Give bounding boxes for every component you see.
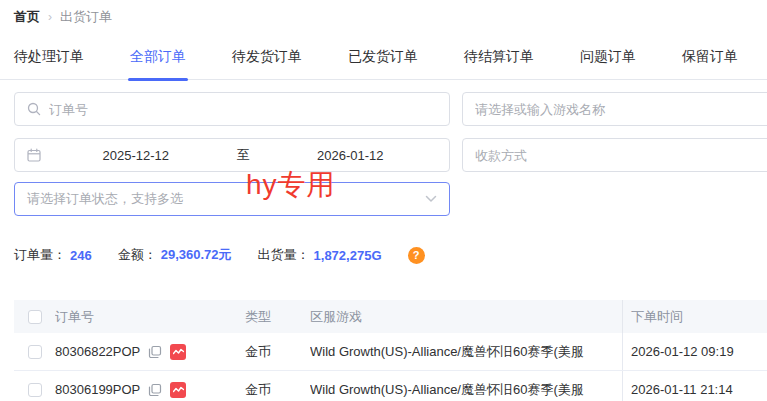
stat-shipment: 出货量： 1,872,275G xyxy=(258,246,382,264)
search-icon xyxy=(27,102,41,116)
breadcrumb-home[interactable]: 首页 xyxy=(14,8,40,26)
stat-shipment-value: 1,872,275G xyxy=(314,248,382,263)
stat-amount-label: 金额： xyxy=(118,246,157,264)
tab-to-settle-orders[interactable]: 待结算订单 xyxy=(464,48,534,79)
order-tabs: 待处理订单 全部订单 待发货订单 已发货订单 待结算订单 问题订单 保留订单 xyxy=(0,48,767,80)
date-start-value[interactable]: 2025-12-12 xyxy=(49,148,223,163)
tab-shipped-orders[interactable]: 已发货订单 xyxy=(348,48,418,79)
orders-table: 订单号 类型 区服游戏 下单时间 80306822POP 金币 Wild Gro… xyxy=(14,300,767,401)
header-order-time: 下单时间 xyxy=(622,300,767,333)
game-server-value: Wild Growth(US)-Alliance/魔兽怀旧60赛季(美服 xyxy=(310,371,622,401)
order-no-value: 80306822POP xyxy=(55,344,140,359)
order-management-page: 首页 › 出货订单 待处理订单 全部订单 待发货订单 已发货订单 待结算订单 问… xyxy=(0,0,767,401)
chart-badge-icon[interactable] xyxy=(170,344,186,360)
copy-icon[interactable] xyxy=(148,345,162,359)
date-end-value[interactable]: 2026-01-12 xyxy=(264,148,438,163)
row-checkbox[interactable] xyxy=(28,345,42,359)
order-type-value: 金币 xyxy=(245,371,310,401)
stat-shipment-label: 出货量： xyxy=(258,246,310,264)
copy-icon[interactable] xyxy=(148,383,162,397)
table-row: 80306199POP 金币 Wild Growth(US)-Alliance/… xyxy=(14,371,767,401)
tab-all-orders[interactable]: 全部订单 xyxy=(130,48,186,79)
order-status-select[interactable]: 请选择订单状态，支持多选 xyxy=(14,182,450,216)
header-order-no: 订单号 xyxy=(55,300,245,333)
calendar-icon xyxy=(27,148,41,162)
header-game: 区服游戏 xyxy=(310,300,622,333)
game-name-input[interactable] xyxy=(475,102,767,117)
stat-order-count-value: 246 xyxy=(70,248,92,263)
order-type-value: 金币 xyxy=(245,333,310,370)
help-icon[interactable]: ? xyxy=(408,247,425,264)
header-type: 类型 xyxy=(245,300,310,333)
date-range-picker[interactable]: 2025-12-12 至 2026-01-12 xyxy=(14,138,450,172)
tab-held-orders[interactable]: 保留订单 xyxy=(682,48,738,79)
tab-problem-orders[interactable]: 问题订单 xyxy=(580,48,636,79)
chart-badge-icon[interactable] xyxy=(170,382,186,398)
stat-order-count-label: 订单量： xyxy=(14,246,66,264)
row-checkbox[interactable] xyxy=(28,383,42,397)
payment-method-input[interactable] xyxy=(475,148,767,163)
payment-method-field[interactable] xyxy=(462,138,767,172)
stat-amount: 金额： 29,360.72元 xyxy=(118,246,232,264)
order-time-value: 2026-01-12 09:19 xyxy=(622,333,767,370)
tab-pending-orders[interactable]: 待处理订单 xyxy=(14,48,84,79)
select-all-checkbox[interactable] xyxy=(28,310,42,324)
order-time-value: 2026-01-11 21:14 xyxy=(622,371,767,401)
order-no-value: 80306199POP xyxy=(55,382,140,397)
table-row: 80306822POP 金币 Wild Growth(US)-Alliance/… xyxy=(14,333,767,371)
game-server-value: Wild Growth(US)-Alliance/魔兽怀旧60赛季(美服 xyxy=(310,333,622,370)
chevron-down-icon xyxy=(425,195,437,203)
summary-stats: 订单量： 246 金额： 29,360.72元 出货量： 1,872,275G … xyxy=(14,246,425,264)
order-no-search-field[interactable] xyxy=(14,92,450,126)
breadcrumb: 首页 › 出货订单 xyxy=(14,8,112,26)
order-status-placeholder: 请选择订单状态，支持多选 xyxy=(27,190,425,208)
order-no-input[interactable] xyxy=(49,102,437,117)
breadcrumb-separator-icon: › xyxy=(48,10,52,24)
stat-order-count: 订单量： 246 xyxy=(14,246,92,264)
breadcrumb-current: 出货订单 xyxy=(60,8,112,26)
stat-amount-value: 29,360.72元 xyxy=(161,246,232,264)
tab-to-ship-orders[interactable]: 待发货订单 xyxy=(232,48,302,79)
table-header-row: 订单号 类型 区服游戏 下单时间 xyxy=(14,300,767,333)
game-name-select-field[interactable] xyxy=(462,92,767,126)
date-separator: 至 xyxy=(223,146,264,164)
